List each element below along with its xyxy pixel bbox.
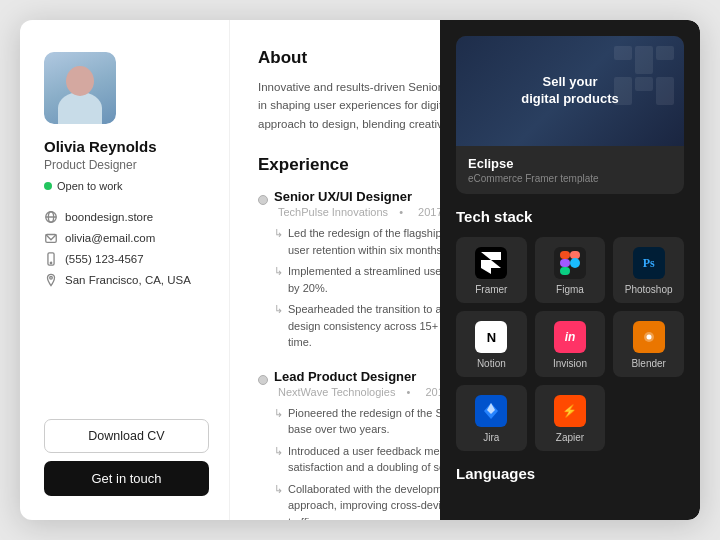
svg-point-5 — [50, 262, 51, 263]
website-item: boondesign.store — [44, 210, 209, 224]
email-icon — [44, 231, 58, 245]
photoshop-icon: Ps — [633, 247, 665, 279]
product-preview-content: Sell yourdigital products — [521, 74, 619, 108]
overlay-panel: Sell yourdigital products Eclipse eComme… — [440, 20, 700, 520]
tech-stack-title: Tech stack — [456, 208, 684, 225]
figma-label: Figma — [556, 284, 584, 295]
website-value: boondesign.store — [65, 211, 153, 223]
location-icon — [44, 273, 58, 287]
deco-cell — [656, 46, 674, 60]
product-preview-title: Sell yourdigital products — [521, 74, 619, 108]
phone-icon — [44, 252, 58, 266]
tech-item-framer: Framer — [456, 237, 527, 303]
svg-point-14 — [646, 335, 651, 340]
framer-icon — [475, 247, 507, 279]
invision-icon: in — [554, 321, 586, 353]
job-2-company: NextWave Technologies — [278, 386, 395, 398]
email-value: olivia@email.com — [65, 232, 155, 244]
svg-rect-9 — [560, 259, 570, 267]
photoshop-label: Photoshop — [625, 284, 673, 295]
product-info: Eclipse eCommerce Framer template — [456, 146, 684, 194]
zapier-icon: ⚡ — [554, 395, 586, 427]
svg-point-6 — [50, 277, 53, 280]
globe-icon — [44, 210, 58, 224]
product-card: Sell yourdigital products Eclipse eComme… — [456, 36, 684, 194]
deco-cell — [635, 46, 653, 74]
phone-item: (555) 123-4567 — [44, 252, 209, 266]
contact-list: boondesign.store olivia@email.com (555) … — [44, 210, 209, 287]
sidebar: Olivia Reynolds Product Designer Open to… — [20, 20, 230, 520]
zapier-label: Zapier — [556, 432, 584, 443]
invision-label: Invision — [553, 358, 587, 369]
notion-label: Notion — [477, 358, 506, 369]
status-dot — [44, 182, 52, 190]
notion-icon: N — [475, 321, 507, 353]
framer-label: Framer — [475, 284, 507, 295]
deco-cell — [656, 77, 674, 105]
svg-rect-7 — [560, 251, 570, 259]
open-to-work-badge: Open to work — [44, 180, 209, 192]
deco-cell — [635, 77, 653, 91]
product-desc: eCommerce Framer template — [468, 173, 672, 184]
profile-title: Product Designer — [44, 158, 209, 172]
jira-label: Jira — [483, 432, 499, 443]
job-2-separator: • — [406, 386, 410, 398]
job-1-separator: • — [399, 206, 403, 218]
product-preview: Sell yourdigital products — [456, 36, 684, 146]
tech-item-notion: N Notion — [456, 311, 527, 377]
tech-item-photoshop: Ps Photoshop — [613, 237, 684, 303]
status-label: Open to work — [57, 180, 122, 192]
download-cv-button[interactable]: Download CV — [44, 419, 209, 453]
deco-cell — [614, 46, 632, 60]
profile-card: Olivia Reynolds Product Designer Open to… — [20, 20, 700, 520]
tech-item-figma: Figma — [535, 237, 606, 303]
tech-grid: Framer Figma Ps Photoshop — [456, 237, 684, 451]
tech-item-zapier: ⚡ Zapier — [535, 385, 606, 451]
phone-value: (555) 123-4567 — [65, 253, 144, 265]
location-value: San Francisco, CA, USA — [65, 274, 191, 286]
blender-icon — [633, 321, 665, 353]
tech-item-invision: in Invision — [535, 311, 606, 377]
svg-point-10 — [570, 258, 580, 268]
tech-item-jira: Jira — [456, 385, 527, 451]
languages-title: Languages — [456, 465, 684, 482]
jira-icon — [475, 395, 507, 427]
product-name: Eclipse — [468, 156, 672, 171]
tech-item-blender: Blender — [613, 311, 684, 377]
deco-cell — [614, 77, 632, 105]
svg-rect-8 — [570, 251, 580, 259]
job-1-company: TechPulse Innovations — [278, 206, 388, 218]
sidebar-actions: Download CV Get in touch — [44, 419, 209, 496]
location-item: San Francisco, CA, USA — [44, 273, 209, 287]
email-item: olivia@email.com — [44, 231, 209, 245]
avatar — [44, 52, 116, 124]
figma-icon — [554, 247, 586, 279]
preview-decoration — [614, 46, 674, 105]
svg-rect-11 — [560, 267, 570, 275]
get-in-touch-button[interactable]: Get in touch — [44, 461, 209, 496]
blender-label: Blender — [631, 358, 665, 369]
profile-name: Olivia Reynolds — [44, 138, 209, 155]
